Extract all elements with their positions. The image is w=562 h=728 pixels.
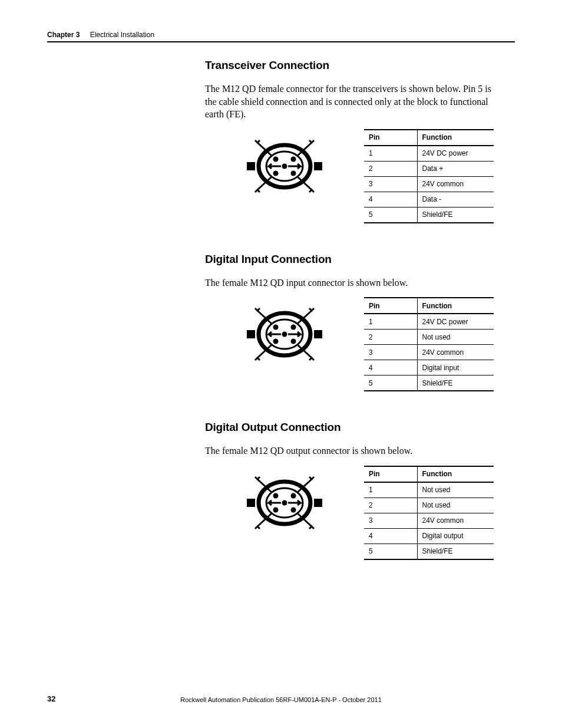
cell-func: Shield/FE xyxy=(417,543,494,559)
svg-rect-29 xyxy=(314,499,322,507)
pin-table-digital-output: Pin Function 1Not used 2Not used 324V co… xyxy=(364,466,494,560)
figure-row-transceiver: Pin Function 124V DC power 2Data + 324V … xyxy=(205,129,500,223)
pin-table-digital-input: Pin Function 124V DC power 2Not used 324… xyxy=(364,297,494,391)
col-header-function: Function xyxy=(417,298,494,314)
cell-pin: 1 xyxy=(364,314,417,330)
cell-func: 24V common xyxy=(417,513,494,528)
cell-pin: 1 xyxy=(364,146,417,162)
section-heading-transceiver: Transceiver Connection xyxy=(205,59,500,72)
cell-func: 24V common xyxy=(417,176,494,192)
connector-diagram-icon xyxy=(246,134,323,199)
cell-func: Shield/FE xyxy=(417,375,494,391)
table-row: 4Digital input xyxy=(364,360,494,375)
table-row: 2Not used xyxy=(364,330,494,345)
table-row: 2Data + xyxy=(364,161,494,176)
cell-func: Digital input xyxy=(417,360,494,375)
cell-pin: 2 xyxy=(364,498,417,513)
table-row: 324V common xyxy=(364,513,494,528)
col-header-pin: Pin xyxy=(364,298,417,314)
table-row: 1Not used xyxy=(364,482,494,498)
table-row: 4Data - xyxy=(364,192,494,207)
header-rule xyxy=(47,41,515,42)
cell-pin: 3 xyxy=(364,345,417,360)
table-row: 5Shield/FE xyxy=(364,543,494,559)
cell-func: Not used xyxy=(417,498,494,513)
cell-pin: 5 xyxy=(364,207,417,223)
connector-diagram-icon xyxy=(246,470,323,535)
svg-point-18 xyxy=(273,325,279,330)
svg-point-20 xyxy=(273,339,279,344)
svg-point-5 xyxy=(273,156,279,162)
svg-point-6 xyxy=(291,156,296,162)
svg-point-21 xyxy=(291,339,296,344)
cell-pin: 3 xyxy=(364,176,417,192)
cell-func: Data - xyxy=(417,192,494,207)
svg-rect-3 xyxy=(314,162,322,170)
svg-rect-2 xyxy=(247,162,255,170)
svg-rect-16 xyxy=(314,330,322,338)
cell-pin: 5 xyxy=(364,375,417,391)
section-heading-digital-output: Digital Output Connection xyxy=(205,421,500,434)
figure-row-digital-input: Pin Function 124V DC power 2Not used 324… xyxy=(205,297,500,391)
section-heading-digital-input: Digital Input Connection xyxy=(205,253,500,266)
svg-point-8 xyxy=(291,170,296,176)
svg-point-34 xyxy=(291,507,296,512)
svg-point-32 xyxy=(291,493,296,498)
intro-digital-output: The female M12 QD output connector is sh… xyxy=(205,444,500,457)
cell-func: Digital output xyxy=(417,528,494,543)
cell-pin: 3 xyxy=(364,513,417,528)
cell-pin: 4 xyxy=(364,192,417,207)
cell-pin: 2 xyxy=(364,161,417,176)
publication-line: Rockwell Automation Publication 56RF-UM0… xyxy=(0,696,562,703)
svg-point-19 xyxy=(291,325,296,330)
table-row: 124V DC power xyxy=(364,314,494,330)
table-row: 124V DC power xyxy=(364,146,494,162)
intro-digital-input: The female M12 QD input connector is sho… xyxy=(205,276,500,289)
intro-transceiver: The M12 QD female connector for the tran… xyxy=(205,83,500,121)
svg-point-30 xyxy=(282,500,287,505)
cell-pin: 2 xyxy=(364,330,417,345)
cell-func: Shield/FE xyxy=(417,207,494,223)
svg-rect-28 xyxy=(247,499,255,507)
cell-pin: 4 xyxy=(364,528,417,543)
table-row: 2Not used xyxy=(364,498,494,513)
chapter-label: Chapter 3 xyxy=(47,31,80,39)
cell-func: 24V common xyxy=(417,345,494,360)
connector-diagram-icon xyxy=(246,302,323,367)
col-header-function: Function xyxy=(417,466,494,482)
cell-pin: 1 xyxy=(364,482,417,498)
col-header-pin: Pin xyxy=(364,130,417,146)
figure-row-digital-output: Pin Function 1Not used 2Not used 324V co… xyxy=(205,466,500,560)
cell-func: 24V DC power xyxy=(417,314,494,330)
svg-rect-15 xyxy=(247,330,255,338)
svg-point-4 xyxy=(282,163,287,169)
page-header: Chapter 3 Electrical Installation xyxy=(47,31,515,39)
cell-pin: 4 xyxy=(364,360,417,375)
svg-point-7 xyxy=(273,170,279,176)
cell-func: Data + xyxy=(417,161,494,176)
svg-point-17 xyxy=(282,332,287,337)
cell-func: Not used xyxy=(417,330,494,345)
table-row: 5Shield/FE xyxy=(364,375,494,391)
cell-func: 24V DC power xyxy=(417,146,494,162)
table-row: 324V common xyxy=(364,345,494,360)
pin-table-transceiver: Pin Function 124V DC power 2Data + 324V … xyxy=(364,129,494,223)
svg-point-33 xyxy=(273,507,279,512)
cell-pin: 5 xyxy=(364,543,417,559)
svg-point-31 xyxy=(273,493,279,498)
table-row: 324V common xyxy=(364,176,494,192)
col-header-pin: Pin xyxy=(364,466,417,482)
table-row: 5Shield/FE xyxy=(364,207,494,223)
main-content: Transceiver Connection The M12 QD female… xyxy=(205,59,500,589)
chapter-title: Electrical Installation xyxy=(90,31,154,39)
table-row: 4Digital output xyxy=(364,528,494,543)
cell-func: Not used xyxy=(417,482,494,498)
col-header-function: Function xyxy=(417,130,494,146)
